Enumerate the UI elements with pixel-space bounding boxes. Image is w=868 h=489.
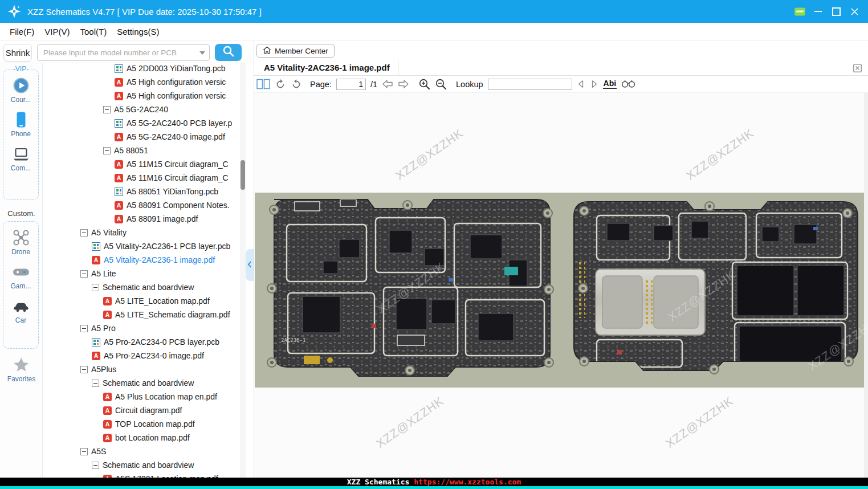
document-tab[interactable]: A5 Vitality-2AC236-1 image.pdf — [256, 60, 398, 75]
tree-collapse-icon[interactable] — [80, 229, 88, 237]
sidebar-item-phone[interactable]: Phone — [3, 111, 38, 138]
tree-file-row[interactable]: A5 Vitality-2AC236-1 PCB layer.pcb — [43, 239, 240, 253]
sidebar-item-computer[interactable]: Com... — [3, 145, 38, 172]
next-page-icon[interactable] — [398, 79, 409, 89]
menu-item-tool[interactable]: Tool(T) — [75, 27, 112, 36]
close-tab-icon[interactable] — [853, 64, 862, 72]
tree-file-row[interactable]: A5 LITE_Schematic diagram.pdf — [43, 308, 240, 321]
pcb-file-icon — [115, 119, 123, 128]
custom-section-label: Custom. — [0, 209, 43, 218]
tree-file-row[interactable]: A5 Pro-2AC234-0 image.pdf — [43, 349, 240, 362]
tree-collapse-icon[interactable] — [92, 462, 99, 469]
watermark-text: XZZ@XZZHK — [393, 126, 466, 182]
pdf-file-icon — [92, 352, 100, 360]
lookup-input[interactable] — [488, 79, 572, 90]
page-number-input[interactable] — [336, 79, 366, 90]
model-search-input[interactable] — [42, 46, 197, 60]
tree-file-row[interactable]: A5 2DD003 YiDianTong.pcb — [43, 63, 240, 75]
tree-folder-row[interactable]: Schematic and boardview — [43, 376, 240, 390]
tree-file-row[interactable]: A5 LITE_Location map.pdf — [43, 294, 240, 308]
binoculars-icon[interactable] — [621, 79, 635, 89]
sidebar-item-car[interactable]: Car — [3, 298, 38, 324]
viewer-scrollbar[interactable] — [864, 93, 868, 478]
sidebar-item-favorites[interactable]: Favorites — [0, 356, 43, 383]
pdf-viewer[interactable]: 2AC236-1 — [254, 93, 868, 478]
laptop-icon — [13, 145, 30, 162]
status-url[interactable]: https://www.xzztools.com — [414, 478, 521, 486]
tree-file-row[interactable]: A5 88091 Component Notes. — [43, 198, 240, 212]
tree-file-row[interactable]: A5 88091 image.pdf — [43, 212, 240, 226]
tree-scrollbar[interactable] — [240, 63, 246, 478]
shrink-button[interactable]: Shrink — [3, 44, 32, 62]
tree-file-row[interactable]: A5 88051 YiDianTong.pcb — [43, 185, 240, 198]
tree-file-row[interactable]: TOP Location map.pdf — [43, 417, 240, 431]
search-button[interactable] — [215, 44, 242, 61]
tree-file-row[interactable]: A5 Pro-2AC234-0 PCB layer.pcb — [43, 335, 240, 349]
tree-collapse-icon[interactable] — [92, 284, 99, 291]
tree-file-row[interactable]: bot Location map.pdf — [43, 431, 240, 445]
tree-folder-row[interactable]: Schematic and boardview — [43, 280, 240, 294]
sidebar-item-drone[interactable]: Drone — [3, 229, 38, 256]
tree-collapse-icon[interactable] — [80, 270, 88, 278]
close-button[interactable] — [845, 2, 863, 21]
tree-folder-row[interactable]: Schematic and boardview — [43, 458, 240, 472]
tree-item-label: TOP Location map.pdf — [115, 419, 195, 429]
vip-card-icon[interactable] — [790, 2, 809, 21]
panel-collapse-handle[interactable] — [246, 249, 254, 281]
pdf-file-icon — [115, 174, 123, 182]
tree-file-row[interactable]: A5 5G-2AC240-0 PCB layer.p — [43, 116, 240, 130]
tree-file-row[interactable]: A5 Vitality-2AC236-1 image.pdf — [43, 253, 240, 267]
menu-item-vip[interactable]: VIP(V) — [39, 27, 75, 36]
tree-collapse-icon[interactable] — [103, 106, 111, 113]
tree-collapse-icon[interactable] — [80, 325, 88, 332]
tree-collapse-icon[interactable] — [80, 448, 88, 455]
find-previous-icon[interactable] — [577, 80, 585, 88]
tree-folder-row[interactable]: A5 Pro — [43, 321, 240, 335]
text-select-icon[interactable]: Abi — [603, 79, 617, 89]
tree-item-label: A5 High configuration versic — [127, 78, 226, 87]
tree-folder-row[interactable]: A5Plus — [43, 362, 240, 376]
member-center-button[interactable]: Member Center — [256, 44, 335, 58]
tree-file-row[interactable]: A5 High configuration versic — [43, 89, 240, 103]
tree-collapse-icon[interactable] — [92, 380, 99, 387]
car-icon — [13, 298, 30, 315]
zoom-in-icon[interactable] — [418, 78, 430, 90]
tree-item-label: A5 Pro — [91, 324, 116, 333]
tree-item-label: A5 5G-2AC240 — [114, 105, 168, 114]
maximize-button[interactable] — [827, 2, 845, 21]
tree-folder-row[interactable]: A5 Vitality — [43, 226, 240, 239]
tree-file-row[interactable]: A5 Plus Location map en.pdf — [43, 390, 240, 404]
file-tree[interactable]: A5 2DD003 YiDianTong.pcbA5 High configur… — [43, 63, 240, 478]
tree-file-row[interactable]: A5 11M15 Circuit diagram_C — [43, 157, 240, 171]
find-next-icon[interactable] — [590, 80, 598, 88]
previous-page-icon[interactable] — [382, 79, 393, 89]
menu-item-settings[interactable]: Settings(S) — [112, 27, 164, 36]
zoom-out-icon[interactable] — [435, 78, 447, 90]
page-total: /1 — [370, 80, 377, 89]
chevron-down-icon[interactable] — [199, 51, 205, 55]
sidebar-item-game[interactable]: Gam... — [3, 263, 38, 290]
tree-file-row[interactable]: A5S 17221 Location map.pdf — [43, 472, 240, 478]
tree-collapse-icon[interactable] — [103, 147, 111, 154]
pdf-file-icon — [115, 160, 123, 169]
tree-folder-row[interactable]: A5 88051 — [43, 144, 240, 157]
two-page-view-icon[interactable] — [256, 79, 270, 89]
tree-item-label: A5 Vitality — [91, 228, 127, 237]
tree-file-row[interactable]: A5 5G-2AC240-0 image.pdf — [43, 130, 240, 144]
menu-item-file[interactable]: File(F) — [5, 27, 39, 36]
tree-folder-row[interactable]: A5S — [43, 445, 240, 458]
pdf-file-icon — [103, 420, 112, 429]
tree-scrollbar-thumb[interactable] — [241, 160, 245, 190]
tree-file-row[interactable]: A5 High configuration versic — [43, 75, 240, 89]
tree-file-row[interactable]: Circuit diagram.pdf — [43, 404, 240, 417]
chevron-left-icon — [247, 260, 252, 270]
tree-file-row[interactable]: A5 11M16 Circuit diagram_C — [43, 171, 240, 185]
tree-folder-row[interactable]: A5 5G-2AC240 — [43, 103, 240, 116]
rotate-right-icon[interactable] — [291, 79, 302, 90]
tree-collapse-icon[interactable] — [80, 366, 88, 373]
tree-folder-row[interactable]: A5 Lite — [43, 267, 240, 280]
sidebar-item-course[interactable]: Cour... — [3, 77, 38, 104]
rotate-left-icon[interactable] — [275, 79, 286, 90]
minimize-button[interactable] — [809, 2, 827, 21]
pdf-file-icon — [103, 311, 112, 319]
